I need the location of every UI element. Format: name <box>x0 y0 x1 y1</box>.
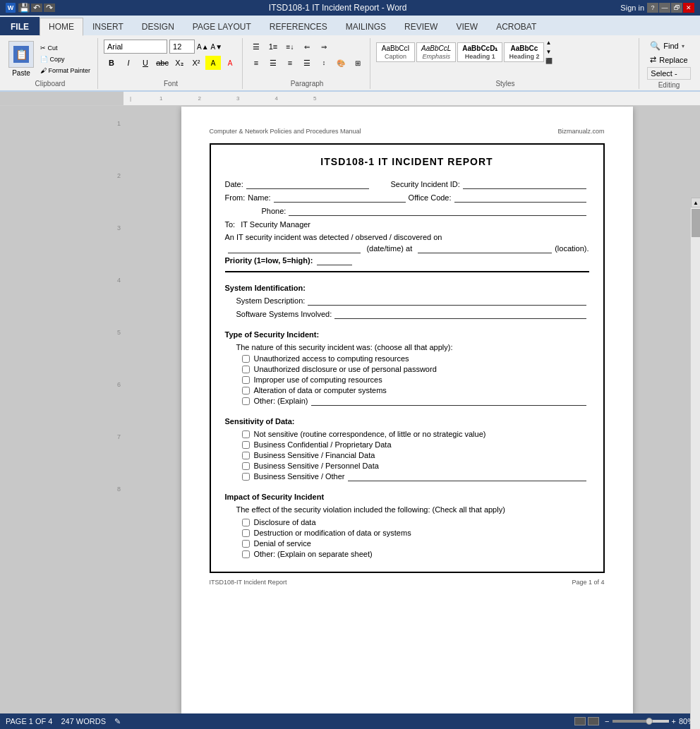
layout-web-btn[interactable] <box>588 717 599 725</box>
checkbox-improper-use-input[interactable] <box>242 376 250 384</box>
align-right-button[interactable]: ≡ <box>282 56 298 70</box>
checkbox-destruction-input[interactable] <box>242 529 250 537</box>
vertical-scrollbar[interactable]: ▲ ▼ <box>690 198 700 729</box>
impact-checkboxes: Disclosure of data Destruction or modifi… <box>242 518 589 558</box>
multilevel-button[interactable]: ≡↓ <box>282 40 298 54</box>
copy-button[interactable]: 📄 Copy <box>37 54 93 64</box>
paste-button[interactable]: 📋 Paste <box>7 40 35 78</box>
layout-print-btn[interactable] <box>574 717 586 725</box>
checkbox-other-type-input[interactable] <box>242 397 250 405</box>
style-heading2[interactable]: AaBbCcHeading 2 <box>504 42 544 62</box>
status-bar: PAGE 1 OF 4 247 WORDS ✎ − + 80% <box>0 713 700 729</box>
edit-icon[interactable]: ✎ <box>114 717 121 726</box>
checkbox-unauthorized-access: Unauthorized access to computing resourc… <box>242 354 589 363</box>
find-button[interactable]: 🔍 Find ▾ <box>647 40 690 52</box>
zoom-thumb[interactable] <box>646 718 653 725</box>
replace-button[interactable]: ⇄ Replace <box>647 54 690 66</box>
checkbox-personnel-input[interactable] <box>242 462 250 470</box>
zoom-slider[interactable] <box>612 720 669 723</box>
justify-button[interactable]: ☰ <box>299 56 315 70</box>
scroll-track[interactable] <box>691 207 700 729</box>
scroll-thumb[interactable] <box>692 209 700 237</box>
nature-text: The nature of this security incident was… <box>236 343 589 351</box>
tab-mailings[interactable]: MAILINGS <box>337 17 395 35</box>
align-left-button[interactable]: ≡ <box>248 56 264 70</box>
tab-page-layout[interactable]: PAGE LAYOUT <box>183 17 260 35</box>
minimize-button[interactable]: — <box>659 3 670 13</box>
checkbox-other-impact-input[interactable] <box>242 550 250 558</box>
main-layout: 1 2 3 4 5 6 7 8 Computer & Network Polic… <box>0 106 700 713</box>
undo-btn[interactable]: ↶ <box>31 4 42 12</box>
shrink-font-button[interactable]: A▼ <box>211 43 223 51</box>
zoom-out-button[interactable]: − <box>605 717 609 725</box>
section-system-id: System Identification: <box>225 284 589 292</box>
checkbox-financial: Business Sensitive / Financial Data <box>242 451 589 459</box>
align-center-button[interactable]: ☰ <box>265 56 281 70</box>
format-painter-button[interactable]: 🖌 Format Painter <box>37 66 93 76</box>
date-row: Date: Security Incident ID: <box>225 180 589 189</box>
tab-acrobat[interactable]: ACROBAT <box>487 17 545 35</box>
checkbox-confidential-input[interactable] <box>242 441 250 449</box>
subscript-button[interactable]: X₂ <box>171 56 187 70</box>
line-spacing-button[interactable]: ↕ <box>316 56 332 70</box>
tab-review[interactable]: REVIEW <box>395 17 447 35</box>
superscript-button[interactable]: X² <box>188 56 204 70</box>
signin-label[interactable]: Sign in <box>620 4 644 12</box>
checkbox-denial: Denial of service <box>242 539 589 548</box>
bold-button[interactable]: B <box>104 56 119 70</box>
bullets-button[interactable]: ☰ <box>248 40 264 54</box>
document-area[interactable]: Computer & Network Policies and Procedur… <box>123 106 690 713</box>
section-impact: Impact of Security Incident <box>225 493 589 501</box>
border-button[interactable]: ⊞ <box>350 56 366 70</box>
strikethrough-button[interactable]: abc <box>155 56 170 70</box>
underline-button[interactable]: U <box>138 56 153 70</box>
shading-button[interactable]: 🎨 <box>333 56 349 70</box>
tab-file[interactable]: FILE <box>0 17 40 35</box>
style-caption[interactable]: AaBbCcICaption <box>376 42 415 62</box>
tab-design[interactable]: DESIGN <box>133 17 183 35</box>
quick-save-btn[interactable]: 💾 <box>18 4 30 12</box>
checkbox-personnel: Business Sensitive / Personnel Data <box>242 462 589 470</box>
checkbox-alteration-input[interactable] <box>242 387 250 394</box>
grow-font-button[interactable]: A▲ <box>197 43 209 51</box>
styles-scroll[interactable]: ▲ ▼ ⬛ <box>545 40 553 64</box>
checkbox-other-sensitivity: Business Sensitive / Other <box>242 472 589 481</box>
font-name-input[interactable] <box>104 40 167 54</box>
decrease-indent-button[interactable]: ⇐ <box>299 40 315 54</box>
restore-button[interactable]: 🗗 <box>671 3 682 13</box>
font-size-input[interactable] <box>169 40 195 54</box>
software-row: Software Systems Involved: <box>236 310 589 319</box>
help-button[interactable]: ? <box>647 3 658 13</box>
tab-insert[interactable]: INSERT <box>83 17 133 35</box>
redo-btn[interactable]: ↷ <box>44 4 55 12</box>
checkbox-financial-input[interactable] <box>242 452 250 459</box>
to-value: IT Security Manager <box>241 220 310 229</box>
checkbox-unauthorized-access-input[interactable] <box>242 355 250 363</box>
scroll-up-button[interactable]: ▲ <box>691 198 700 207</box>
tab-home[interactable]: HOME <box>40 18 83 36</box>
style-heading1[interactable]: AaBbCcD₁Heading 1 <box>457 42 502 62</box>
zoom-in-button[interactable]: + <box>672 717 676 725</box>
checkbox-not-sensitive-input[interactable] <box>242 430 250 438</box>
increase-indent-button[interactable]: ⇒ <box>316 40 332 54</box>
tab-view[interactable]: VIEW <box>447 17 487 35</box>
checkbox-other-sensitivity-input[interactable] <box>242 473 250 481</box>
styles-group: AaBbCcICaption AaBbCcLEmphasis AaBbCcD₁H… <box>372 38 639 89</box>
checkbox-unauthorized-disclosure-input[interactable] <box>242 366 250 373</box>
cut-button[interactable]: ✂ Cut <box>37 43 93 53</box>
checkbox-disclosure-input[interactable] <box>242 519 250 526</box>
numbering-button[interactable]: 1≡ <box>265 40 281 54</box>
divider-1 <box>225 271 589 272</box>
body-text2: (date/time) at (location). <box>225 244 589 253</box>
style-emphasis[interactable]: AaBbCcLEmphasis <box>416 42 456 62</box>
font-color-button[interactable]: A <box>222 56 238 70</box>
close-button[interactable]: ✕ <box>683 3 694 13</box>
checkbox-denial-input[interactable] <box>242 540 250 548</box>
form-title: ITSD108-1 IT INCIDENT REPORT <box>225 156 589 167</box>
select-button[interactable]: Select - <box>647 67 690 80</box>
italic-button[interactable]: I <box>121 56 136 70</box>
status-right: − + 80% <box>574 717 694 725</box>
clipboard-group: 📋 Paste ✂ Cut 📄 Copy 🖌 Format Painter Cl… <box>3 38 98 89</box>
tab-references[interactable]: REFERENCES <box>260 17 337 35</box>
text-highlight-button[interactable]: A <box>205 56 221 70</box>
